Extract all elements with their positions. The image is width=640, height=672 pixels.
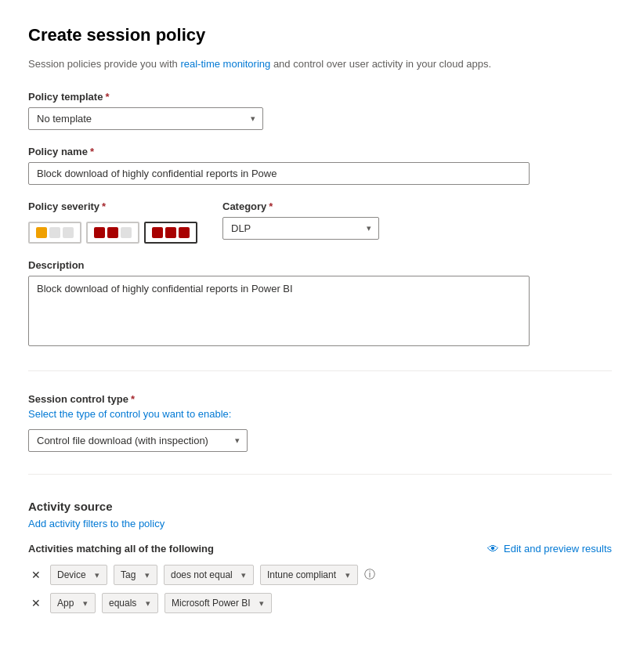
filter-2-operator-select[interactable]: equals xyxy=(102,593,158,613)
session-control-subtitle: Select the type of control you want to e… xyxy=(28,408,612,420)
policy-template-group: Policy template * No template ▾ xyxy=(28,91,612,130)
edit-preview-button[interactable]: 👁 Edit and preview results xyxy=(487,542,612,555)
filter-1-device-wrapper: Device ▾ xyxy=(50,565,107,585)
category-label: Category * xyxy=(222,201,379,212)
real-time-monitoring-link[interactable]: real-time monitoring xyxy=(180,58,270,70)
matching-title: Activities matching all of the following xyxy=(28,543,214,555)
category-select[interactable]: DLP xyxy=(222,217,379,240)
filter-1-operator-select[interactable]: does not equal xyxy=(164,565,254,585)
category-select-wrapper: DLP ▾ xyxy=(222,217,379,240)
description-group: Description Block download of highly con… xyxy=(28,259,612,349)
intro-text: Session policies provide you with real-t… xyxy=(28,56,612,72)
section-divider xyxy=(28,370,612,371)
session-control-select-wrapper: Control file download (with inspection) … xyxy=(28,429,248,452)
edit-preview-label: Edit and preview results xyxy=(504,543,612,555)
severity-medium-button[interactable] xyxy=(86,222,139,244)
category-group: Category * DLP ▾ xyxy=(222,201,379,240)
filter-2-app-wrapper: App ▾ xyxy=(50,593,96,613)
required-indicator: * xyxy=(102,201,106,212)
description-input[interactable]: Block download of highly confidential re… xyxy=(28,276,530,346)
required-indicator: * xyxy=(90,146,94,157)
remove-filter-2-button[interactable]: ✕ xyxy=(28,595,44,611)
remove-filter-1-button[interactable]: ✕ xyxy=(28,567,44,583)
matching-header: Activities matching all of the following… xyxy=(28,542,612,555)
info-icon[interactable]: ⓘ xyxy=(364,568,375,582)
policy-name-group: Policy name * xyxy=(28,146,612,185)
policy-template-select[interactable]: No template xyxy=(28,107,263,130)
session-control-select[interactable]: Control file download (with inspection) xyxy=(28,429,248,452)
required-indicator: * xyxy=(105,91,109,103)
session-control-type-group: Session control type * Select the type o… xyxy=(28,393,612,452)
activity-add-hint[interactable]: Add activity filters to the policy xyxy=(28,518,612,529)
filter-1-value-wrapper: Intune compliant ▾ xyxy=(260,565,358,585)
eye-icon: 👁 xyxy=(487,542,499,555)
filter-2-app-select[interactable]: App xyxy=(50,593,96,613)
policy-template-label: Policy template * xyxy=(28,91,612,103)
activity-section-divider xyxy=(28,474,612,475)
filter-1-tag-select[interactable]: Tag xyxy=(114,565,157,585)
policy-name-input[interactable] xyxy=(28,162,530,185)
filter-1-value-select[interactable]: Intune compliant xyxy=(260,565,358,585)
policy-severity-label: Policy severity * xyxy=(28,201,197,212)
severity-high-button[interactable] xyxy=(144,222,197,244)
page-title: Create session policy xyxy=(28,25,612,45)
severity-options xyxy=(28,222,197,244)
filter-1-device-select[interactable]: Device xyxy=(50,565,107,585)
filter-1-operator-wrapper: does not equal ▾ xyxy=(164,565,254,585)
description-label: Description xyxy=(28,259,612,271)
policy-name-label: Policy name * xyxy=(28,146,612,157)
policy-template-select-wrapper: No template ▾ xyxy=(28,107,263,130)
filter-2-operator-wrapper: equals ▾ xyxy=(102,593,158,613)
activity-source-section: Activity source Add activity filters to … xyxy=(28,500,612,613)
filter-2-value-wrapper: Microsoft Power BI ▾ xyxy=(165,593,272,613)
filter-1-tag-wrapper: Tag ▾ xyxy=(114,565,157,585)
activity-source-title: Activity source xyxy=(28,500,612,513)
filter-2-value-select[interactable]: Microsoft Power BI xyxy=(165,593,272,613)
severity-low-button[interactable] xyxy=(28,222,81,244)
policy-severity-group: Policy severity * xyxy=(28,201,197,244)
required-indicator: * xyxy=(269,201,273,212)
session-control-type-label: Session control type * xyxy=(28,393,612,405)
filter-row-2: ✕ App ▾ equals ▾ Microsoft Power BI ▾ xyxy=(28,593,612,613)
required-indicator: * xyxy=(131,393,135,405)
filter-row-1: ✕ Device ▾ Tag ▾ does not equal ▾ Intune… xyxy=(28,565,612,585)
severity-category-row: Policy severity * Category * DLP ▾ xyxy=(28,201,612,244)
